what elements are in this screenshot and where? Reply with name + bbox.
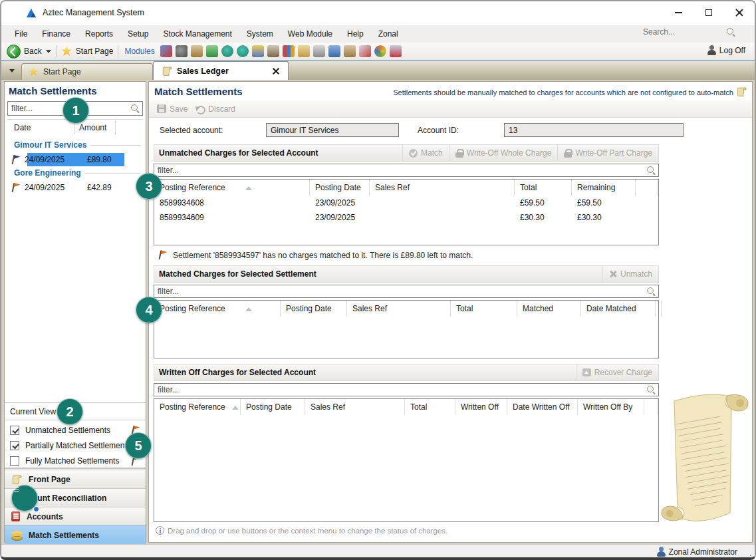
discard-button[interactable]: Discard (195, 104, 235, 114)
window-title: Aztec Management System (43, 8, 144, 17)
column-date-matched[interactable]: Date Matched (581, 301, 656, 317)
column-posting-date[interactable]: Posting Date (241, 399, 305, 415)
column-matched[interactable]: Matched (517, 301, 581, 317)
settlement-row[interactable]: 24/09/2025 £42.89 (11, 181, 142, 194)
resize-grip[interactable] (750, 555, 751, 556)
tab-close-icon[interactable] (272, 67, 280, 75)
menu-system[interactable]: System (239, 25, 281, 43)
selected-account-field[interactable]: Gimour IT Services (266, 123, 399, 137)
back-icon[interactable] (7, 45, 21, 59)
matched-table-header: Posting Reference Posting Date Sales Ref… (154, 301, 658, 317)
menu-zonal[interactable]: Zonal (371, 25, 406, 43)
write-off-whole-charge-button[interactable]: Write-Off Whole Charge (449, 145, 558, 161)
start-page-icon[interactable] (61, 46, 72, 57)
staff-icon[interactable] (328, 45, 340, 57)
column-total[interactable]: Total (405, 399, 455, 415)
matched-filter-input[interactable] (154, 285, 646, 297)
column-posting-reference[interactable]: Posting Reference (154, 301, 281, 317)
idea-badge-icon[interactable] (237, 45, 249, 57)
printer-icon[interactable] (313, 45, 325, 57)
view-option-fully-matched[interactable]: Fully Matched Settlements (10, 454, 140, 468)
start-page-button[interactable]: Start Page (76, 47, 114, 56)
view-option-unmatched[interactable]: Unmatched Settlements (10, 424, 140, 437)
database-icon[interactable] (252, 45, 264, 57)
tab-list-dropdown[interactable] (5, 65, 19, 77)
cash-icon[interactable] (206, 45, 218, 57)
checkbox-unchecked-icon[interactable] (10, 456, 19, 466)
write-off-whole-label: Write-Off Whole Charge (467, 148, 552, 158)
cell-remaining: £59.50 (572, 198, 636, 208)
column-posting-reference[interactable]: Posting Reference (154, 399, 241, 415)
minimize-button[interactable] (663, 1, 693, 24)
menu-stock-management[interactable]: Stock Management (156, 25, 239, 43)
column-sales-ref[interactable]: Sales Ref (370, 180, 515, 196)
back-dropdown-icon[interactable] (46, 50, 51, 53)
maximize-button[interactable] (693, 1, 724, 24)
sidebar-item-account-reconciliation[interactable]: Account Reconciliation (5, 488, 146, 507)
checkbox-checked-icon[interactable] (10, 426, 19, 435)
column-remaining[interactable]: Remaining (572, 180, 636, 196)
account-id-field[interactable]: 13 (504, 123, 684, 137)
match-button[interactable]: Match (402, 145, 449, 161)
column-written-off-by[interactable]: Written Off By (578, 399, 644, 415)
write-off-part-charge-button[interactable]: Write-Off Part Charge (557, 145, 658, 161)
stock-clipboard-icon[interactable] (344, 45, 356, 57)
sort-asc-icon (232, 406, 239, 410)
chevron-down-icon (9, 69, 15, 72)
scroll-icon[interactable] (298, 45, 310, 57)
unmatched-filter-input[interactable] (154, 164, 646, 176)
timed-report-icon[interactable] (390, 45, 402, 57)
settings-gear-icon[interactable] (176, 45, 188, 57)
settlement-row[interactable]: 24/09/2025 £89.80 (11, 153, 142, 166)
tab-sales-ledger[interactable]: Sales Ledger (153, 61, 289, 80)
annotation-badge-1: 1 (63, 97, 89, 124)
status-bar: Zonal Administrator (1, 544, 755, 559)
save-button[interactable]: Save (157, 104, 188, 114)
user-badge-icon[interactable] (221, 45, 233, 57)
log-off-button[interactable]: Log Off (707, 45, 745, 56)
audit-search-icon[interactable] (359, 45, 371, 57)
recover-charge-button[interactable]: Recover Charge (576, 364, 658, 380)
table-row[interactable]: 8589934609 23/09/2025 £30.30 £30.30 (154, 210, 658, 225)
written-off-filter-input[interactable] (154, 384, 646, 396)
tab-start-page[interactable]: Start Page (21, 63, 153, 80)
discard-label: Discard (208, 104, 235, 114)
column-date[interactable]: Date (14, 123, 31, 132)
close-button[interactable] (724, 1, 755, 24)
back-button[interactable]: Back (24, 47, 42, 56)
coins-icon (11, 530, 22, 540)
books-icon[interactable] (283, 45, 295, 57)
cash-drawer-icon[interactable] (267, 45, 279, 57)
menu-help[interactable]: Help (340, 25, 371, 43)
scroll-icon (11, 474, 22, 485)
column-written-off[interactable]: Written Off (455, 399, 507, 415)
checkbox-checked-icon[interactable] (10, 441, 19, 450)
column-posting-reference[interactable]: Posting Reference (154, 180, 310, 196)
menu-finance[interactable]: Finance (35, 25, 78, 43)
column-date-written-off[interactable]: Date Written Off (507, 399, 578, 415)
view-option-partially-matched[interactable]: Partially Matched Settlements (10, 439, 140, 452)
alarm-icon[interactable] (160, 45, 172, 57)
sidebar-item-match-settlements[interactable]: Match Settlements (5, 525, 146, 544)
clipboard-package-icon[interactable] (191, 45, 203, 57)
search-input[interactable] (643, 27, 726, 37)
menu-reports[interactable]: Reports (78, 25, 120, 43)
menu-file[interactable]: File (7, 25, 35, 43)
column-total[interactable]: Total (451, 301, 517, 317)
settlement-flag-icon (11, 155, 21, 165)
column-amount[interactable]: Amount (79, 123, 106, 132)
table-row[interactable]: 8589934608 23/09/2025 £59.50 £59.50 (154, 196, 658, 210)
search-icon[interactable] (726, 27, 735, 37)
unmatch-button[interactable]: Unmatch (602, 266, 658, 282)
written-off-filter (154, 383, 659, 396)
menu-setup[interactable]: Setup (120, 25, 156, 43)
palette-icon[interactable] (374, 45, 386, 57)
column-posting-date[interactable]: Posting Date (310, 180, 370, 196)
column-total[interactable]: Total (515, 180, 572, 196)
column-posting-date[interactable]: Posting Date (281, 301, 347, 317)
column-sales-ref[interactable]: Sales Ref (347, 301, 451, 317)
menu-web-module[interactable]: Web Module (281, 25, 340, 43)
modules-button[interactable]: Modules (124, 47, 154, 56)
unmatched-table-header: Posting Reference Posting Date Sales Ref… (154, 180, 658, 196)
column-sales-ref[interactable]: Sales Ref (305, 399, 405, 415)
